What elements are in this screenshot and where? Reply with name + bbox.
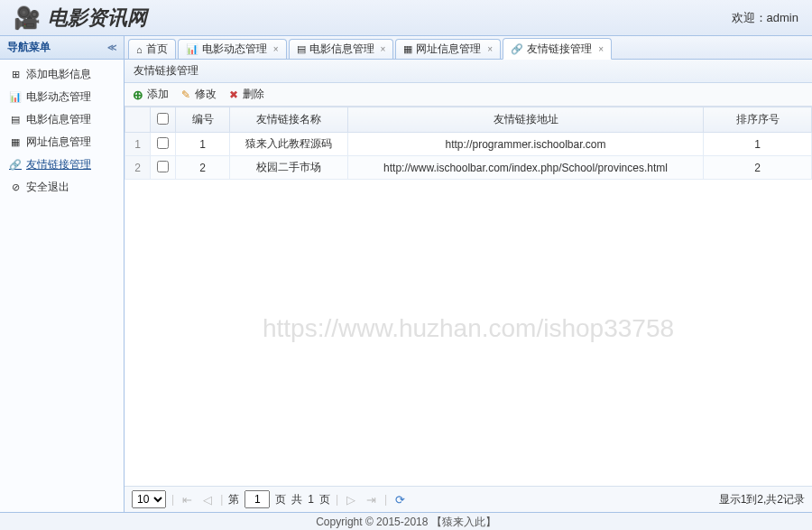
select-all-checkbox[interactable] [157, 113, 169, 125]
tab-icon: ⌂ [136, 44, 143, 55]
tab-icon: 📊 [186, 43, 198, 55]
col-name[interactable]: 友情链接名称 [230, 107, 348, 133]
col-url[interactable]: 友情链接地址 [348, 107, 704, 133]
col-order[interactable]: 排序序号 [704, 107, 812, 133]
next-page-icon[interactable]: ▷ [344, 493, 358, 507]
toolbar: ⊕ 添加 ✎ 修改 ✖ 删除 [125, 83, 812, 107]
pagination: 10 | ⇤ ◁ | 第 页 共1页 | ▷ ⇥ | ⟳ 显示1到2,共2记录 [125, 486, 812, 512]
tab-label: 电影信息管理 [309, 42, 374, 57]
col-rownum [125, 107, 151, 133]
menu-label: 添加电影信息 [26, 67, 91, 82]
delete-icon: ✖ [227, 88, 240, 101]
watermark: https://www.huzhan.com/ishop33758 [263, 314, 674, 343]
sidebar-collapse-icon[interactable]: ≪ [107, 42, 116, 52]
menu-label: 友情链接管理 [26, 157, 91, 172]
col-id[interactable]: 编号 [176, 107, 230, 133]
sidebar-title: 导航菜单 [7, 40, 51, 55]
welcome-text: 欢迎：admin [732, 10, 798, 26]
tab-bar: ⌂首页📊电影动态管理×▤电影信息管理×▦网址信息管理×🔗友情链接管理× [125, 36, 812, 60]
row-checkbox[interactable] [157, 161, 169, 172]
tab-label: 首页 [146, 42, 168, 57]
menu-label: 网址信息管理 [26, 135, 91, 150]
panel-title: 友情链接管理 [125, 60, 812, 83]
content-area: ⌂首页📊电影动态管理×▤电影信息管理×▦网址信息管理×🔗友情链接管理× 友情链接… [125, 36, 812, 512]
tab-1[interactable]: 📊电影动态管理× [178, 39, 287, 59]
cell-order: 1 [704, 133, 812, 156]
logo-area: 🎥 电影资讯网 [14, 5, 147, 32]
close-icon[interactable]: × [598, 44, 604, 54]
tab-icon: 🔗 [511, 43, 523, 55]
menu-icon: ⊞ [9, 69, 22, 81]
menu-label: 电影信息管理 [26, 112, 91, 127]
table-row[interactable]: 1 1 猿来入此教程源码 http://programmer.ischoolba… [125, 133, 812, 156]
cell-id: 1 [176, 133, 230, 156]
cell-name: 校园二手市场 [230, 156, 348, 180]
menu-icon: 🔗 [9, 159, 22, 172]
sidebar-item-0[interactable]: ⊞添加电影信息 [0, 63, 124, 86]
sidebar-item-4[interactable]: 🔗友情链接管理 [0, 153, 124, 176]
tab-4[interactable]: 🔗友情链接管理× [503, 38, 612, 60]
sidebar-item-3[interactable]: ▦网址信息管理 [0, 131, 124, 153]
tab-icon: ▤ [297, 43, 306, 55]
sidebar-item-2[interactable]: ▤电影信息管理 [0, 108, 124, 131]
page-input[interactable] [245, 490, 270, 508]
page-size-select[interactable]: 10 [132, 490, 166, 508]
col-checkbox-header [151, 107, 176, 133]
close-icon[interactable]: × [487, 44, 493, 54]
tab-label: 友情链接管理 [527, 42, 592, 57]
delete-button[interactable]: ✖ 删除 [227, 87, 264, 102]
app-title: 电影资讯网 [48, 5, 147, 32]
cell-order: 2 [704, 156, 812, 180]
edit-button[interactable]: ✎ 修改 [180, 87, 217, 102]
data-grid: 编号 友情链接名称 友情链接地址 排序序号 1 1 猿来入此教程源码 http:… [125, 107, 812, 486]
close-icon[interactable]: × [381, 44, 386, 54]
add-icon: ⊕ [132, 88, 144, 101]
tab-3[interactable]: ▦网址信息管理× [395, 39, 501, 59]
row-checkbox[interactable] [157, 137, 169, 149]
app-header: 🎥 电影资讯网 欢迎：admin [0, 0, 812, 36]
refresh-icon[interactable]: ⟳ [392, 493, 408, 507]
last-page-icon[interactable]: ⇥ [364, 493, 379, 507]
close-icon[interactable]: × [273, 44, 279, 54]
cell-url: http://www.ischoolbar.com/index.php/Scho… [348, 156, 704, 180]
camera-icon: 🎥 [14, 5, 41, 31]
prev-page-icon[interactable]: ◁ [200, 493, 215, 507]
menu-label: 安全退出 [26, 180, 69, 195]
menu-icon: ▦ [9, 136, 22, 149]
tab-label: 电影动态管理 [202, 42, 267, 57]
first-page-icon[interactable]: ⇤ [180, 493, 195, 507]
tab-icon: ▦ [403, 43, 412, 55]
cell-id: 2 [176, 156, 230, 180]
footer: Copyright © 2015-2018 【猿来入此】 [0, 512, 812, 530]
tab-2[interactable]: ▤电影信息管理× [289, 39, 394, 59]
tab-label: 网址信息管理 [416, 42, 481, 57]
sidebar-item-5[interactable]: ⊘安全退出 [0, 176, 124, 199]
edit-icon: ✎ [180, 88, 192, 101]
menu-icon: ⊘ [9, 181, 22, 194]
row-number: 2 [125, 156, 151, 180]
tab-0[interactable]: ⌂首页 [128, 39, 176, 59]
menu-label: 电影动态管理 [26, 89, 91, 105]
menu-icon: ▤ [9, 114, 22, 126]
cell-name: 猿来入此教程源码 [230, 133, 348, 156]
table-row[interactable]: 2 2 校园二手市场 http://www.ischoolbar.com/ind… [125, 156, 812, 180]
sidebar-item-1[interactable]: 📊电影动态管理 [0, 86, 124, 108]
row-number: 1 [125, 133, 151, 156]
add-button[interactable]: ⊕ 添加 [132, 87, 169, 102]
sidebar: 导航菜单 ≪ ⊞添加电影信息📊电影动态管理▤电影信息管理▦网址信息管理🔗友情链接… [0, 36, 125, 512]
sidebar-header: 导航菜单 ≪ [0, 36, 124, 60]
cell-url: http://programmer.ischoolbar.com [348, 133, 704, 156]
pager-info: 显示1到2,共2记录 [719, 492, 805, 507]
menu-icon: 📊 [9, 91, 22, 104]
sidebar-menu: ⊞添加电影信息📊电影动态管理▤电影信息管理▦网址信息管理🔗友情链接管理⊘安全退出 [0, 60, 124, 202]
